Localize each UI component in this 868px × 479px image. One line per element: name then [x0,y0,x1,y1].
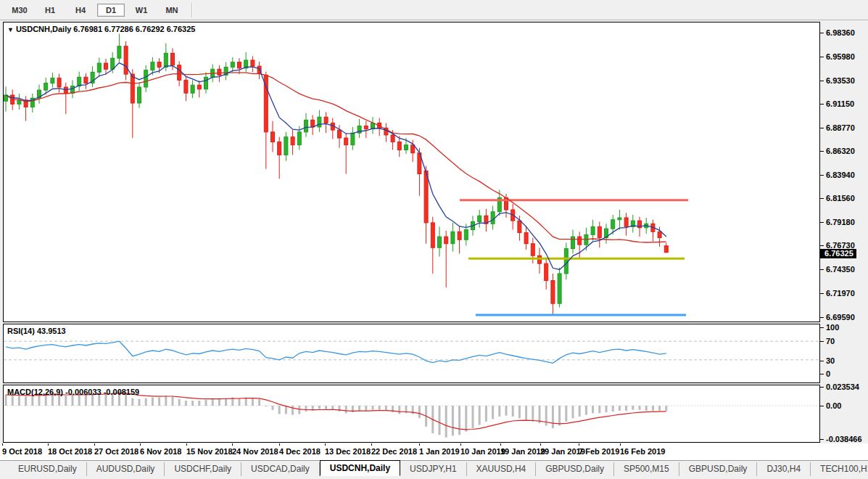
ohlc-open: 6.76981 [73,25,102,33]
chart-tab-usdjpy-h1[interactable]: USDJPY,H1 [400,462,466,476]
chart-tab-usdcnh-daily[interactable]: USDCNH,Daily [320,460,400,476]
time-axis-tick [48,443,49,446]
chart-tab-eurusd-daily[interactable]: EURUSD,Daily [9,462,87,476]
current-price-box: 6.76325 [820,249,856,258]
chart-tab-bar: EURUSD,DailyAUDUSD,DailyUSDCHF,DailyUSDC… [0,460,868,476]
timeframe-button-h4[interactable]: H4 [67,4,94,17]
main-chart-pane: ▼USDCNH,Daily6.769816.772866.762926.7632… [3,22,820,322]
time-axis-tick [540,443,541,446]
chart-tab-tech100-h1[interactable]: TECH100,H1 [811,462,868,476]
ohlc-high: 6.77286 [104,25,133,33]
time-axis-label: 4 Dec 2018 [279,447,321,456]
time-axis-tick [460,443,461,446]
timeframe-toolbar: M30H1H4D1W1MN [0,0,868,20]
time-axis-label: 16 Feb 2019 [620,447,665,456]
macd-indicator-pane: MACD(12,26,9) -0.006033 -0.008159 [3,385,820,443]
time-axis-label: 6 Nov 2018 [140,447,181,456]
rsi-label: RSI(14) 43.9513 [7,327,66,335]
time-axis-tick [94,443,95,446]
time-axis-label: 9 Oct 2018 [2,447,42,456]
time-axis-label: 19 Jan 2019 [500,447,545,456]
chart-tab-gbpusd-daily[interactable]: GBPUSD,Daily [536,462,614,476]
chart-tab-sp500-m15[interactable]: SP500,M15 [614,462,679,476]
price-axis[interactable]: 6.76325 6.983606.959806.935306.911506.88… [820,22,868,443]
chart-tab-gbpusd-daily[interactable]: GBPUSD,Daily [679,462,758,476]
time-axis-label: 7 Feb 2019 [579,447,619,456]
time-axis-tick [186,443,187,446]
time-axis-label: 27 Oct 2018 [94,447,139,456]
time-axis-tick [325,443,326,446]
chart-tab-dj30-h4[interactable]: DJ30,H4 [757,462,811,476]
chart-tab-xauusd-h4[interactable]: XAUUSD,H4 [467,462,537,476]
toolbar-separator [191,3,193,17]
macd-label: MACD(12,26,9) -0.006033 -0.008159 [7,388,139,396]
time-axis-tick [279,443,280,446]
rsi-canvas[interactable] [4,324,819,382]
time-axis-label: 24 Nov 2018 [232,447,278,456]
time-axis-label: 10 Jan 2019 [460,447,505,456]
time-axis-label: 15 Nov 2018 [186,447,233,456]
chart-tab-usdcad-daily[interactable]: USDCAD,Daily [241,462,320,476]
ma-fast-line [6,63,666,270]
time-axis-label: 22 Dec 2018 [371,447,417,456]
timeframe-button-m30[interactable]: M30 [6,4,33,17]
time-axis-tick [579,443,579,446]
time-axis-tick [140,443,141,446]
rsi-indicator-pane: RSI(14) 43.9513 [3,324,820,383]
ohlc-low: 6.76292 [136,25,165,33]
ma-slow-line [6,73,666,242]
timeframe-button-mn[interactable]: MN [158,4,186,17]
time-axis[interactable]: 9 Oct 201818 Oct 201827 Oct 20186 Nov 20… [0,443,868,460]
trading-platform-window: M30H1H4D1W1MN ▼USDCNH,Daily6.769816.7728… [0,0,868,479]
time-axis-tick [500,443,501,446]
time-axis-label: 1 Jan 2019 [419,447,460,456]
chart-tab-audusd-daily[interactable]: AUDUSD,Daily [87,462,165,476]
time-axis-label: 18 Oct 2018 [48,447,92,456]
time-axis-tick [419,443,420,446]
timeframe-button-d1[interactable]: D1 [97,4,125,17]
ohlc-close: 6.76325 [167,25,196,33]
time-axis-tick [232,443,233,446]
main-chart-canvas[interactable] [4,22,819,322]
time-axis-label: 13 Dec 2018 [325,447,371,456]
chart-symbol-label: USDCNH,Daily [16,25,71,33]
time-axis-tick [371,443,372,446]
time-axis-tick [2,443,3,446]
timeframe-button-w1[interactable]: W1 [128,4,155,17]
timeframe-button-h1[interactable]: H1 [36,4,64,17]
symbol-dropdown-icon[interactable]: ▼ [7,26,14,33]
chart-tab-usdchf-daily[interactable]: USDCHF,Daily [165,462,241,476]
time-axis-tick [620,443,621,446]
chart-title: ▼USDCNH,Daily6.769816.772866.762926.7632… [7,25,197,33]
